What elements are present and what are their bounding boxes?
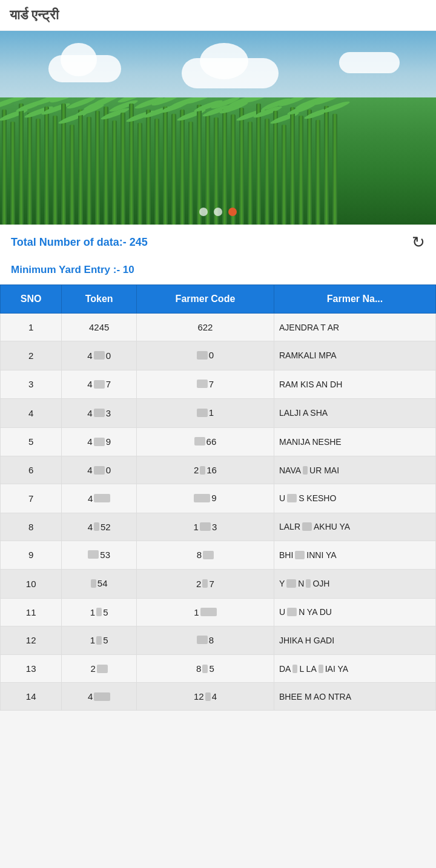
table-cell: 27 [136,570,274,599]
carousel-dot-2[interactable] [214,208,222,216]
table-cell: 7 [136,370,274,399]
table-row: 144124BHEE M AO NTRA [1,683,436,711]
cell-sno: 10 [1,570,62,599]
table-cell: 85 [136,655,274,683]
stalk [307,110,312,225]
carousel-dot-3[interactable] [228,208,237,216]
stalk [78,110,83,225]
stalk [324,106,329,225]
table-row: 105427YN OJH [1,570,436,599]
stalk [87,117,91,225]
stalk [112,120,117,225]
stalk [146,110,151,225]
refresh-icon[interactable]: ↻ [412,233,425,252]
cell-sno: 14 [1,683,62,711]
cell-farmer-name: BHI INNI YA [274,541,436,570]
table-cell: 9 [136,484,274,513]
cell-sno: 5 [1,427,62,456]
cell-sno: 6 [1,456,62,484]
table-cell: 4 [62,484,137,513]
stalk [53,116,58,225]
cell-farmer-name: YN OJH [274,570,436,599]
table-header: SNO Token Farmer Code Farmer Na... [1,285,436,314]
stalk [121,113,125,225]
stalk [154,119,159,225]
table-row: 4431LALJI A SHA [1,399,436,428]
col-header-token: Token [62,285,137,314]
table-cell: 0 [136,341,274,370]
cell-farmer-name: RAMKALI MPA [274,341,436,370]
table-row: 14245622AJENDRA T AR [1,314,436,341]
cell-farmer-name: LALJI A SHA [274,399,436,428]
stalk [332,114,337,225]
cell-sno: 8 [1,513,62,541]
table-row: 3477RAM KIS AN DH [1,370,436,399]
stalk [163,107,168,225]
cell-farmer-name: UN YA DU [274,598,436,626]
table-cell: 47 [62,370,137,399]
cell-farmer-name: US KESHO [274,484,436,513]
carousel-dot-1[interactable] [199,208,208,216]
cloud-3 [339,52,400,73]
cell-farmer-name: BHEE M AO NTRA [274,683,436,711]
cloud-2 [182,58,279,88]
cell-farmer-name: NAVA UR MAI [274,456,436,484]
table-cell: 1 [136,598,274,626]
cell-sno: 2 [1,341,62,370]
stalk [2,110,7,225]
table-row: 640216NAVA UR MAI [1,456,436,484]
cell-sno: 12 [1,626,62,655]
table-cell: 66 [136,427,274,456]
stalk [273,111,278,225]
stalk [95,111,100,225]
table-cell: 452 [62,513,137,541]
table-body: 14245622AJENDRA T AR2400RAMKALI MPA3477R… [1,314,436,711]
table-cell: 43 [62,399,137,428]
table-cell: 4 [62,683,137,711]
cell-farmer-name: MANIJA NESHE [274,427,436,456]
table-cell: 15 [62,626,137,655]
app-title: यार्ड एन्ट्री [10,7,59,22]
stalk [239,108,244,225]
stalk [27,113,32,225]
cell-sno: 7 [1,484,62,513]
cell-sno: 9 [1,541,62,570]
cell-farmer-name: DAL LA IAI YA [274,655,436,683]
stalk [197,105,202,225]
stalk [19,104,24,225]
stats-bar: Total Number of data:- 245 ↻ [0,225,436,260]
cell-farmer-name: AJENDRA T AR [274,314,436,341]
table-cell: 124 [136,683,274,711]
min-entry-section: Minimum Yard Entry :- 10 [0,260,436,284]
stalk [44,107,49,225]
stalk [299,116,303,225]
cell-sno: 11 [1,598,62,626]
table-cell: 4245 [62,314,137,341]
stalk [137,123,142,225]
stalk [265,119,269,225]
table-cell: 54 [62,570,137,599]
table-row: 12158JHIKA H GADI [1,626,436,655]
hero-banner [0,31,436,225]
col-header-sno: SNO [1,285,62,314]
table-row: 54966MANIJA NESHE [1,427,436,456]
table-cell: 216 [136,456,274,484]
table-row: 845213LALR AKHU YA [1,513,436,541]
stalk [70,125,74,225]
data-table: SNO Token Farmer Code Farmer Na... 14245… [0,284,436,711]
stalk [290,107,295,225]
stalk [188,122,193,225]
table-cell: 2 [62,655,137,683]
table-cell: 13 [136,513,274,541]
stalk [282,125,286,225]
table-row: 9538BHI INNI YA [1,541,436,570]
carousel-dots [199,208,237,216]
table-cell: 8 [136,541,274,570]
table-cell: 40 [62,341,137,370]
hero-clouds [0,49,436,104]
table-header-row: SNO Token Farmer Code Farmer Na... [1,285,436,314]
app-header: यार्ड एन्ट्री [0,0,436,31]
hero-cane-field [0,97,436,225]
total-data-count: Total Number of data:- 245 [11,236,148,249]
cell-farmer-name: JHIKA H GADI [274,626,436,655]
